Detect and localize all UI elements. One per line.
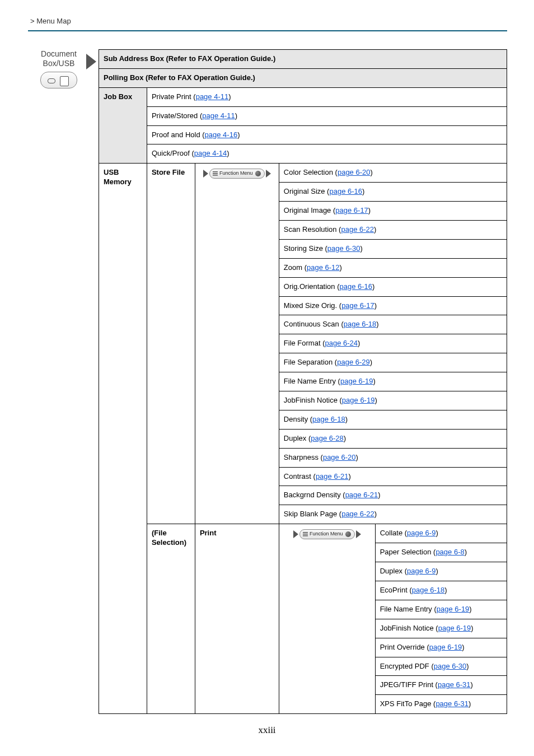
page-link[interactable]: page 6-31 (438, 680, 471, 689)
page-link[interactable]: page 4-11 (202, 111, 235, 120)
file-selection-header: (File Selection) (147, 524, 195, 714)
print-header: Print (195, 524, 279, 714)
table-row: Continuous Scan (page 6-18) (279, 315, 507, 334)
usb-memory-header: USB Memory (99, 164, 147, 714)
page-link[interactable]: page 6-24 (325, 339, 358, 347)
table-row: File Format (page 6-24) (279, 334, 507, 353)
key-label: Document Box/USB (28, 49, 90, 68)
page-link[interactable]: page 6-8 (435, 548, 464, 556)
page-link[interactable]: page 6-12 (307, 263, 340, 272)
page-link[interactable]: page 6-19 (437, 605, 470, 613)
table-row: Contrast (page 6-21) (279, 467, 507, 486)
job-box-header: Job Box (99, 87, 147, 164)
page-link[interactable]: page 6-22 (341, 510, 374, 518)
table-row: JobFinish Notice (page 6-19) (279, 391, 507, 410)
page-link[interactable]: page 6-18 (412, 586, 445, 594)
horizontal-rule (28, 30, 507, 31)
sub-address-row: Sub Address Box (Refer to FAX Operation … (99, 50, 507, 69)
breadcrumb: > Menu Map (30, 17, 71, 25)
page-link[interactable]: page 6-22 (341, 225, 374, 234)
page-link[interactable]: page 6-21 (345, 491, 378, 499)
table-row: Print Override (page 6-19) (375, 638, 507, 657)
table-row: Encrypted PDF (page 6-30) (375, 657, 507, 676)
menu-map-table: Sub Address Box (Refer to FAX Operation … (99, 49, 507, 714)
page-link[interactable]: page 6-18 (312, 415, 345, 423)
page-link[interactable]: page 6-18 (344, 320, 377, 328)
svg-marker-0 (86, 54, 96, 69)
store-file-header: Store File (147, 164, 195, 524)
page-link[interactable]: page 4-16 (205, 130, 238, 139)
page-link[interactable]: page 6-19 (429, 643, 462, 651)
page-link[interactable]: page 6-29 (337, 358, 370, 366)
polling-row: Polling Box (Refer to FAX Operation Guid… (99, 68, 507, 87)
page-link[interactable]: page 4-14 (194, 149, 227, 157)
table-row: Color Selection (page 6-20) (279, 164, 507, 183)
function-menu-cell: Function Menu (279, 524, 375, 714)
table-row: File Name Entry (page 6-19) (279, 372, 507, 391)
table-row: Storing Size (page 6-30) (279, 239, 507, 258)
table-row: Duplex (page 6-9) (375, 562, 507, 581)
flow-arrow-icon (86, 54, 96, 69)
table-row: Orig.Orientation (page 6-16) (279, 277, 507, 296)
table-row: Original Image (page 6-17) (279, 202, 507, 221)
table-row: File Name Entry (page 6-19) (375, 600, 507, 619)
table-row: Zoom (page 6-12) (279, 258, 507, 277)
table-row: XPS FitTo Page (page 6-31) (375, 695, 507, 714)
page-link[interactable]: page 6-30 (327, 244, 360, 253)
table-row: Private Print (page 4-11) (147, 87, 507, 106)
page-link[interactable]: page 4-11 (196, 92, 229, 101)
table-row: Skip Blank Page (page 6-22) (279, 505, 507, 524)
page-link[interactable]: page 6-17 (341, 301, 374, 310)
table-row: Quick/Proof (page 4-14) (147, 144, 507, 164)
table-row: Collate (page 6-9) (375, 524, 507, 543)
table-row: Paper Selection (page 6-8) (375, 543, 507, 562)
page-link[interactable]: page 6-19 (438, 624, 471, 632)
hardware-key-icon (40, 72, 77, 88)
page-link[interactable]: page 6-9 (407, 567, 435, 575)
page-link[interactable]: page 6-28 (311, 434, 344, 442)
table-row: Duplex (page 6-28) (279, 429, 507, 448)
page-number: xxiii (0, 725, 534, 736)
function-menu-cell: Function Menu (195, 164, 279, 524)
table-row: Sharpness (page 6-20) (279, 448, 507, 467)
page-link[interactable]: page 6-19 (342, 396, 375, 404)
document-box-usb-key: Document Box/USB (28, 49, 90, 91)
table-row: Mixed Size Orig. (page 6-17) (279, 296, 507, 315)
table-row: EcoPrint (page 6-18) (375, 581, 507, 600)
page-link[interactable]: page 6-20 (323, 453, 356, 461)
table-row: File Separation (page 6-29) (279, 353, 507, 372)
page-link[interactable]: page 6-16 (329, 187, 362, 195)
page-link[interactable]: page 6-20 (338, 168, 371, 176)
page-link[interactable]: page 6-9 (407, 529, 435, 537)
page-link[interactable]: page 6-21 (316, 472, 349, 480)
page-link[interactable]: page 6-19 (340, 377, 373, 385)
table-row: Density (page 6-18) (279, 410, 507, 429)
table-row: Original Size (page 6-16) (279, 183, 507, 202)
table-row: JPEG/TIFF Print (page 6-31) (375, 676, 507, 695)
function-menu-key-icon: Function Menu (293, 529, 361, 539)
page-link[interactable]: page 6-16 (340, 282, 373, 291)
table-row: Private/Stored (page 4-11) (147, 106, 507, 125)
page-link[interactable]: page 6-31 (435, 699, 469, 708)
table-row: Scan Resolution (page 6-22) (279, 221, 507, 240)
table-row: Backgrnd Density (page 6-21) (279, 486, 507, 505)
function-menu-key-icon: Function Menu (203, 169, 271, 179)
table-row: JobFinish Notice (page 6-19) (375, 619, 507, 638)
page-link[interactable]: page 6-30 (434, 662, 467, 670)
table-row: Proof and Hold (page 4-16) (147, 125, 507, 144)
page-link[interactable]: page 6-17 (335, 206, 368, 214)
